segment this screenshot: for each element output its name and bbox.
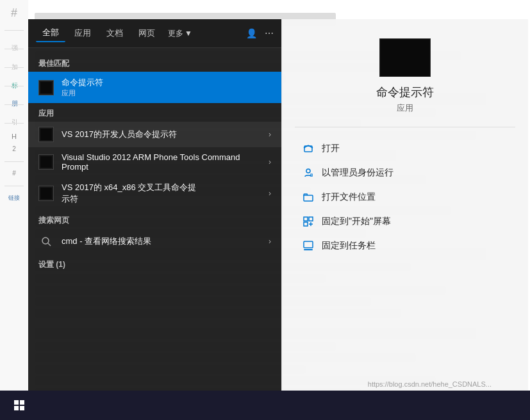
- svg-rect-18: [14, 406, 19, 410]
- app3-title: VS 2017的 x64_x86 交叉工具命令提示符: [62, 182, 261, 205]
- folder-icon: [302, 191, 314, 203]
- best-match-item[interactable]: 命令提示符 应用: [28, 72, 281, 103]
- svg-point-3: [306, 169, 310, 173]
- action-pin-start-label: 固定到"开始"屏幕: [322, 216, 391, 227]
- left-panel: 全部 应用 文档 网页 更多 ▼ 👤 ⋯ 最佳匹配: [28, 19, 281, 391]
- action-admin[interactable]: ! 以管理员身份运行: [295, 162, 515, 184]
- apps-header: 应用: [28, 103, 281, 122]
- action-pin-start[interactable]: 固定到"开始"屏幕: [295, 211, 515, 232]
- svg-rect-9: [304, 222, 308, 226]
- app-item-2[interactable]: Visual Studio 2012 ARM Phone Tools Comma…: [28, 147, 281, 177]
- search-web-header: 搜索网页: [28, 210, 281, 229]
- svg-point-0: [42, 238, 49, 244]
- action-admin-label: 以管理员身份运行: [322, 167, 393, 179]
- best-match-subtitle: 应用: [62, 88, 271, 98]
- svg-rect-16: [14, 400, 19, 405]
- svg-rect-19: [20, 406, 24, 410]
- tab-web[interactable]: 网页: [132, 25, 161, 42]
- watermark: https://blog.csdn.net/hehe_CSDNALS...: [368, 380, 492, 388]
- app-type: 应用: [397, 102, 413, 114]
- cmd-icon-2: [38, 154, 54, 170]
- app-preview-icon: [379, 38, 431, 77]
- chevron-3: ›: [269, 189, 271, 198]
- pin-taskbar-icon: [302, 240, 314, 252]
- action-pin-taskbar-label: 固定到任务栏: [322, 240, 376, 252]
- app1-text: VS 2017的开发人员命令提示符: [62, 129, 261, 140]
- search-icon: [38, 234, 54, 249]
- start-button[interactable]: [5, 391, 33, 420]
- tab-all[interactable]: 全部: [36, 24, 65, 42]
- best-match-header: 最佳匹配: [28, 53, 281, 72]
- action-open[interactable]: 打开: [295, 138, 515, 159]
- divider: [295, 127, 515, 127]
- tab-docs[interactable]: 文档: [100, 25, 129, 42]
- svg-rect-6: [304, 195, 313, 201]
- web-search-item[interactable]: cmd - 查看网络搜索结果 ›: [28, 229, 281, 254]
- app-item-1[interactable]: VS 2017的开发人员命令提示符 ›: [28, 122, 281, 147]
- settings-header: 设置 (1): [28, 254, 281, 273]
- admin-icon: !: [302, 167, 314, 179]
- chevron-web: ›: [269, 237, 271, 246]
- app1-title: VS 2017的开发人员命令提示符: [62, 129, 261, 140]
- svg-rect-17: [20, 400, 24, 405]
- app2-title: Visual Studio 2012 ARM Phone Tools Comma…: [62, 152, 261, 172]
- tab-apps[interactable]: 应用: [68, 25, 97, 42]
- results-list: 最佳匹配 命令提示符 应用 应用 VS 2017的开发人员命令提示符: [28, 48, 281, 391]
- action-folder[interactable]: 打开文件位置: [295, 186, 515, 208]
- pin-start-icon: [302, 216, 314, 227]
- svg-rect-7: [304, 217, 308, 221]
- tab-icons: 👤 ⋯: [246, 28, 274, 38]
- sidebar-bg: # 强 加 标 朋 引 H 2 # 链接: [0, 0, 28, 420]
- web1-text: cmd - 查看网络搜索结果: [62, 236, 261, 247]
- chevron-1: ›: [269, 130, 271, 139]
- start-menu: 全部 应用 文档 网页 更多 ▼ 👤 ⋯ 最佳匹配: [28, 19, 528, 391]
- app-name: 命令提示符: [376, 85, 434, 100]
- open-icon: [302, 143, 314, 154]
- action-open-label: 打开: [322, 143, 340, 154]
- chevron-2: ›: [269, 158, 271, 166]
- web1-title: cmd - 查看网络搜索结果: [62, 236, 261, 247]
- svg-line-1: [48, 243, 51, 246]
- more-icon[interactable]: ⋯: [265, 28, 274, 38]
- best-match-text: 命令提示符 应用: [62, 77, 271, 98]
- best-match-title: 命令提示符: [62, 77, 271, 88]
- action-pin-taskbar[interactable]: 固定到任务栏: [295, 235, 515, 257]
- tab-more[interactable]: 更多 ▼: [164, 26, 196, 42]
- user-icon[interactable]: 👤: [246, 28, 257, 38]
- right-panel: 命令提示符 应用 打开: [281, 19, 528, 391]
- action-list: 打开 ! 以管理员身份运行: [295, 138, 515, 257]
- svg-rect-13: [304, 249, 313, 250]
- app-item-3[interactable]: VS 2017的 x64_x86 交叉工具命令提示符 ›: [28, 177, 281, 210]
- app2-text: Visual Studio 2012 ARM Phone Tools Comma…: [62, 152, 261, 172]
- taskbar: [0, 391, 530, 420]
- cmd-icon-1: [38, 127, 54, 142]
- cmd-icon-best: [38, 80, 54, 95]
- app3-text: VS 2017的 x64_x86 交叉工具命令提示符: [62, 182, 261, 205]
- svg-rect-12: [304, 241, 313, 248]
- svg-rect-8: [309, 217, 313, 221]
- action-folder-label: 打开文件位置: [322, 191, 376, 203]
- tabs-bar: 全部 应用 文档 网页 更多 ▼ 👤 ⋯: [28, 19, 281, 48]
- cmd-icon-3: [38, 186, 54, 201]
